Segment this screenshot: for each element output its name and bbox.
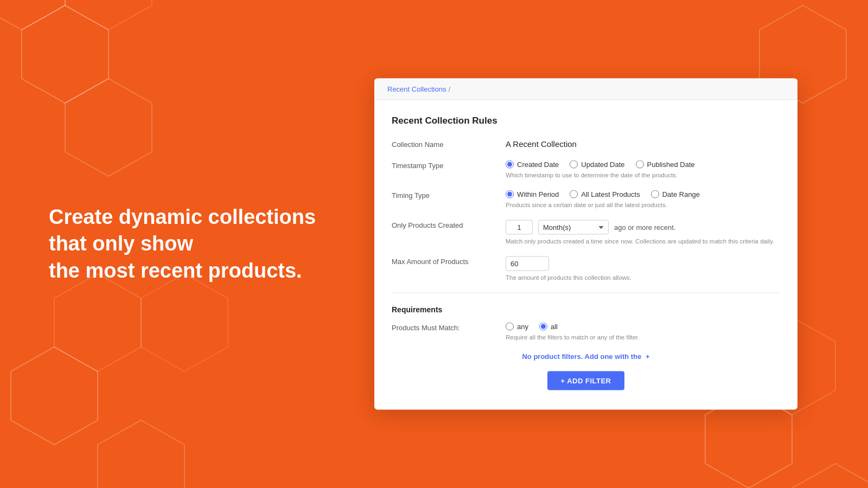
- products-must-match-row: Products Must Match: any all Require all…: [392, 323, 780, 341]
- hero-line2: that only show: [49, 230, 316, 257]
- timestamp-helper: Which timestamp to use to determine the …: [506, 172, 780, 178]
- svg-marker-2: [65, 0, 152, 30]
- ts-updated-radio[interactable]: [570, 160, 578, 169]
- svg-marker-0: [22, 5, 108, 103]
- max-amount-label: Max Amount of Products: [392, 256, 506, 266]
- tt-latest-option[interactable]: All Latest Products: [570, 190, 640, 198]
- timing-helper: Products since a certain date or just al…: [506, 202, 780, 208]
- ts-created-option[interactable]: Created Date: [506, 160, 559, 169]
- timestamp-radio-group: Created Date Updated Date Published Date: [506, 160, 780, 169]
- tt-range-option[interactable]: Date Range: [651, 190, 700, 198]
- svg-marker-5: [54, 274, 141, 371]
- hero-text: Create dynamic collections that only sho…: [49, 204, 316, 284]
- only-products-number[interactable]: [506, 220, 533, 235]
- timestamp-type-row: Timestamp Type Created Date Updated Date…: [392, 160, 780, 178]
- svg-marker-7: [141, 274, 228, 371]
- breadcrumb-bar: Recent Collections /: [374, 79, 797, 100]
- max-amount-helper: The amount of products this collection a…: [506, 274, 780, 281]
- max-amount-row: Max Amount of Products The amount of pro…: [392, 256, 780, 281]
- timing-type-row: Timing Type Within Period All Latest Pro…: [392, 190, 780, 208]
- ts-published-option[interactable]: Published Date: [636, 160, 695, 169]
- only-products-value: Day(s) Week(s) Month(s) Year(s) ago or m…: [506, 220, 780, 245]
- products-must-match-label: Products Must Match:: [392, 323, 506, 332]
- collection-name-value-wrapper: A Recent Collection: [506, 139, 780, 149]
- tt-range-label: Date Range: [662, 190, 700, 198]
- max-amount-input[interactable]: [506, 256, 549, 271]
- ts-created-label: Created Date: [517, 160, 559, 169]
- svg-marker-10: [792, 464, 868, 488]
- only-products-select[interactable]: Day(s) Week(s) Month(s) Year(s): [538, 220, 609, 235]
- match-any-label: any: [517, 323, 528, 331]
- tt-range-radio[interactable]: [651, 190, 659, 198]
- match-radio-group: any all: [506, 323, 780, 331]
- match-any-radio[interactable]: [506, 323, 514, 331]
- tt-latest-label: All Latest Products: [581, 190, 640, 198]
- tt-within-label: Within Period: [517, 190, 559, 198]
- collection-name-value: A Recent Collection: [506, 139, 780, 149]
- timing-type-value: Within Period All Latest Products Date R…: [506, 190, 780, 208]
- section-title: Recent Collection Rules: [392, 115, 780, 126]
- no-filters-message: No product filters. Add one with the: [522, 352, 641, 361]
- collection-name-label: Collection Name: [392, 139, 506, 149]
- only-products-helper: Match only products created a time since…: [506, 238, 780, 245]
- timing-type-label: Timing Type: [392, 190, 506, 200]
- breadcrumb-link[interactable]: Recent Collections: [387, 85, 446, 93]
- match-all-label: all: [551, 323, 558, 331]
- svg-marker-3: [65, 79, 152, 176]
- no-filters-plus: +: [646, 352, 650, 361]
- ts-published-label: Published Date: [647, 160, 695, 169]
- tt-within-radio[interactable]: [506, 190, 514, 198]
- only-products-label: Only Products Created: [392, 220, 506, 229]
- divider: [392, 293, 780, 293]
- only-products-row: Only Products Created Day(s) Week(s) Mon…: [392, 220, 780, 245]
- ts-updated-label: Updated Date: [581, 160, 624, 169]
- match-all-option[interactable]: all: [539, 323, 558, 331]
- ts-updated-option[interactable]: Updated Date: [570, 160, 624, 169]
- match-helper: Require all the filters to match or any …: [506, 334, 780, 341]
- svg-marker-6: [98, 420, 184, 488]
- hero-line1: Create dynamic collections: [49, 204, 316, 230]
- no-filters-text: No product filters. Add one with the +: [392, 352, 780, 361]
- main-card: Recent Collections / Recent Collection R…: [374, 79, 797, 410]
- hero-line3: the most recent products.: [49, 258, 316, 284]
- svg-marker-4: [11, 347, 98, 445]
- requirements-title: Requirements: [392, 305, 780, 314]
- timing-radio-group: Within Period All Latest Products Date R…: [506, 190, 780, 198]
- match-any-option[interactable]: any: [506, 323, 528, 331]
- breadcrumb-separator: /: [448, 85, 450, 93]
- products-must-match-value: any all Require all the filters to match…: [506, 323, 780, 341]
- max-amount-value-wrapper: The amount of products this collection a…: [506, 256, 780, 281]
- only-products-inputs: Day(s) Week(s) Month(s) Year(s) ago or m…: [506, 220, 780, 235]
- tt-latest-radio[interactable]: [570, 190, 578, 198]
- ts-created-radio[interactable]: [506, 160, 514, 169]
- only-products-suffix: ago or more recent.: [614, 223, 675, 232]
- timestamp-type-label: Timestamp Type: [392, 160, 506, 170]
- card-body: Recent Collection Rules Collection Name …: [374, 100, 797, 410]
- tt-within-option[interactable]: Within Period: [506, 190, 559, 198]
- ts-published-radio[interactable]: [636, 160, 644, 169]
- match-all-radio[interactable]: [539, 323, 547, 331]
- add-filter-button[interactable]: + ADD FILTER: [547, 371, 624, 390]
- timestamp-type-value: Created Date Updated Date Published Date…: [506, 160, 780, 178]
- svg-marker-1: [0, 0, 65, 30]
- collection-name-row: Collection Name A Recent Collection: [392, 139, 780, 149]
